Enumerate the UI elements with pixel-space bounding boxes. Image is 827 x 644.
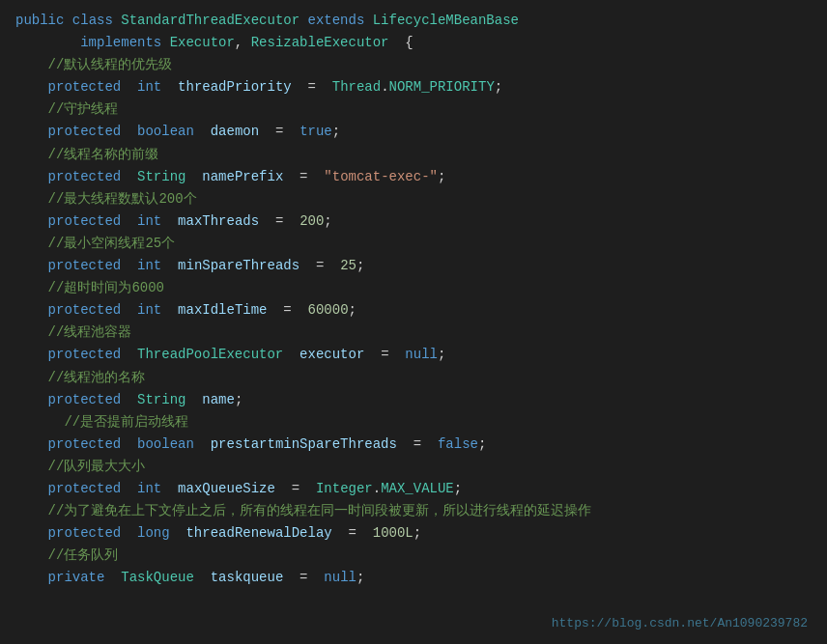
code-line-16: protected ThreadPoolExecutor executor = … xyxy=(15,344,812,366)
code-line-21: //队列最大大小 xyxy=(15,456,812,478)
code-container: public class StandardThreadExecutor exte… xyxy=(0,0,827,644)
code-line-7: //线程名称的前缀 xyxy=(15,144,812,166)
code-line-26: private TaskQueue taskqueue = null; xyxy=(15,567,812,589)
code-line-5: //守护线程 xyxy=(15,98,812,121)
code-line-1: public class StandardThreadExecutor exte… xyxy=(15,10,812,32)
code-line-18: protected String name; xyxy=(15,389,812,411)
code-line-23: //为了避免在上下文停止之后，所有的线程在同一时间段被更新，所以进行线程的延迟操… xyxy=(15,500,812,522)
code-line-14: protected int maxIdleTime = 60000; xyxy=(15,299,812,322)
code-line-24: protected long threadRenewalDelay = 1000… xyxy=(15,522,812,545)
code-line-6: protected boolean daemon = true; xyxy=(15,121,812,143)
code-line-20: protected boolean prestartminSpareThread… xyxy=(15,434,812,456)
code-line-9: //最大线程数默认200个 xyxy=(15,188,812,210)
watermark: https://blog.csdn.net/An1090239782 xyxy=(552,614,808,634)
code-line-10: protected int maxThreads = 200; xyxy=(15,210,812,233)
code-line-22: protected int maxQueueSize = Integer.MAX… xyxy=(15,478,812,500)
code-line-19: //是否提前启动线程 xyxy=(15,411,812,434)
code-line-12: protected int minSpareThreads = 25; xyxy=(15,255,812,277)
code-line-8: protected String namePrefix = "tomcat-ex… xyxy=(15,166,812,188)
code-line-11: //最小空闲线程25个 xyxy=(15,233,812,255)
code-line-3: //默认线程的优先级 xyxy=(15,54,812,76)
code-line-25: //任务队列 xyxy=(15,545,812,567)
code-line-13: //超时时间为6000 xyxy=(15,277,812,299)
code-line-17: //线程池的名称 xyxy=(15,367,812,389)
code-line-2: implements Executor, ResizableExecutor { xyxy=(15,32,812,54)
code-line-15: //线程池容器 xyxy=(15,322,812,344)
code-line-4: protected int threadPriority = Thread.NO… xyxy=(15,76,812,98)
